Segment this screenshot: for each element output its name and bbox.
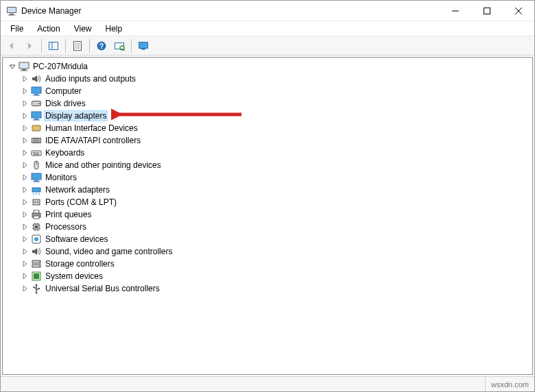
maximize-button[interactable] [471,1,503,21]
statusbar: wsxdn.com [1,376,534,391]
tree-item[interactable]: Human Interface Devices [21,122,527,134]
tree-item[interactable]: Storage controllers [21,258,527,270]
svg-rect-2 [10,14,14,15]
svg-rect-40 [36,152,38,154]
tree-item[interactable]: Mice and other pointing devices [21,159,527,171]
svg-rect-32 [32,125,40,131]
tree-item-label[interactable]: Ports (COM & LPT) [44,197,118,207]
disk-icon [31,98,42,109]
tree-item-label[interactable]: Human Interface Devices [44,123,139,133]
expand-icon[interactable] [21,198,29,206]
svg-rect-25 [34,94,38,95]
menu-view[interactable]: View [67,23,99,35]
expand-icon[interactable] [21,136,29,145]
tree-item-label[interactable]: Software devices [44,234,109,244]
menu-help[interactable]: Help [99,23,130,35]
tree-item-label[interactable]: Network adapters [44,185,111,195]
tree-item[interactable]: Computer [21,85,527,97]
device-tree[interactable]: PC-207Mridula Audio inputs and outputsCo… [2,57,533,375]
expand-icon[interactable] [21,210,29,219]
expand-icon[interactable] [21,247,29,256]
svg-rect-23 [21,71,27,71]
expand-icon[interactable] [21,112,29,120]
svg-rect-57 [34,216,39,219]
tree-item[interactable]: IDE ATA/ATAPI controllers [21,134,527,147]
tree-item[interactable]: Keyboards [21,147,527,159]
help-button[interactable]: ? [93,38,110,53]
tree-item[interactable]: Ports (COM & LPT) [21,196,527,208]
minimize-button[interactable] [440,1,471,21]
expand-icon[interactable] [21,284,29,293]
monitor-icon [31,86,42,97]
mouse-icon [31,160,42,171]
monitor-icon [31,110,42,121]
system-icon [31,271,42,282]
menubar: File Action View Help [1,21,534,36]
svg-rect-42 [34,154,39,155]
tree-root-node[interactable]: PC-207Mridula [8,60,527,73]
tree-item-label[interactable]: System devices [44,271,104,281]
tree-item[interactable]: Print queues [21,208,527,221]
tree-item-label[interactable]: Computer [44,86,83,96]
tree-item-label[interactable]: Print queues [44,210,93,219]
expand-icon[interactable] [21,260,29,268]
tree-item[interactable]: Display adapters [21,110,527,122]
expand-icon[interactable] [21,87,29,95]
tree-item[interactable]: Monitors [21,171,527,184]
tree-item-label[interactable]: Storage controllers [44,259,116,269]
menu-file[interactable]: File [3,23,30,35]
tree-item-label[interactable]: Display adapters [44,110,108,121]
svg-rect-21 [19,62,29,69]
expand-icon[interactable] [21,161,29,169]
tree-item[interactable]: Network adapters [21,184,527,196]
close-button[interactable] [503,1,534,21]
tree-root-label[interactable]: PC-207Mridula [32,62,89,71]
expand-icon[interactable] [21,173,29,182]
tree-item-label[interactable]: Universal Serial Bus controllers [44,284,161,293]
svg-rect-1 [8,8,16,12]
software-icon [31,234,42,245]
tree-item-label[interactable]: Disk drives [44,99,87,108]
expand-icon[interactable] [21,149,29,157]
expand-icon[interactable] [21,124,29,132]
expand-icon[interactable] [21,272,29,280]
svg-rect-20 [141,49,145,50]
forward-button[interactable] [21,38,38,53]
svg-line-18 [123,49,125,51]
expand-icon[interactable] [21,186,29,194]
hid-icon [31,123,42,134]
keyboard-icon [31,147,42,158]
tree-item-label[interactable]: Audio inputs and outputs [44,74,137,84]
collapse-icon[interactable] [8,62,16,71]
tree-item[interactable]: Disk drives [21,97,527,110]
tree-item[interactable]: Audio inputs and outputs [21,73,527,85]
svg-rect-46 [34,180,38,182]
tree-item-label[interactable]: Monitors [44,173,78,182]
svg-point-72 [38,261,40,262]
tree-item[interactable]: System devices [21,270,527,282]
tree-item-label[interactable]: IDE ATA/ATAPI controllers [44,136,142,145]
svg-rect-31 [33,120,40,121]
tree-item-label[interactable]: Keyboards [44,148,86,158]
svg-rect-48 [32,188,40,192]
expand-icon[interactable] [21,75,29,83]
expand-icon[interactable] [21,99,29,108]
toolbar-separator [65,39,66,53]
monitor-tool-button[interactable] [135,38,152,53]
expand-icon[interactable] [21,235,29,243]
tree-item[interactable]: Software devices [21,233,527,245]
expand-icon[interactable] [21,223,29,231]
tree-item-label[interactable]: Processors [44,222,88,232]
scan-hardware-button[interactable] [111,38,128,53]
tree-item[interactable]: Universal Serial Bus controllers [21,282,527,295]
properties-button[interactable] [69,38,86,53]
svg-rect-24 [32,87,41,93]
tree-item[interactable]: Processors [21,221,527,233]
back-button[interactable] [3,38,20,53]
show-hide-console-tree-button[interactable] [45,38,62,53]
menu-action[interactable]: Action [30,23,67,35]
tree-item-label[interactable]: Sound, video and game controllers [44,247,174,256]
svg-rect-19 [139,42,148,48]
tree-item[interactable]: Sound, video and game controllers [21,245,527,258]
tree-item-label[interactable]: Mice and other pointing devices [44,160,163,170]
